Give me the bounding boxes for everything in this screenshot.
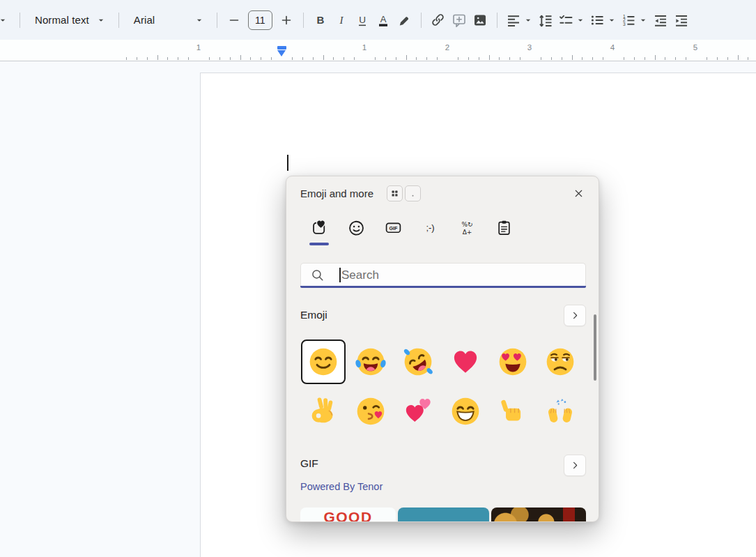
add-comment-button[interactable] xyxy=(450,9,468,31)
ruler-tick xyxy=(509,57,510,61)
ruler-tick xyxy=(209,57,210,61)
search-text-caret xyxy=(339,268,341,282)
decrease-font-size-button[interactable] xyxy=(225,9,243,31)
face-blowing-a-kiss-icon xyxy=(354,395,387,428)
unamused-face-icon xyxy=(543,345,577,379)
svg-text:;-): ;-) xyxy=(426,222,434,233)
svg-text:I: I xyxy=(339,15,344,26)
styles-dropdown-label: Normal text xyxy=(35,14,89,26)
search-input[interactable] xyxy=(340,265,580,286)
ruler-tick xyxy=(354,57,355,61)
emoji-see-more-button[interactable] xyxy=(564,305,586,326)
font-family-dropdown[interactable]: Arial xyxy=(125,9,210,31)
image-icon xyxy=(472,12,488,29)
emoji-tab[interactable] xyxy=(344,213,369,241)
emoji-rolling-on-the-floor-laughing[interactable] xyxy=(396,339,440,384)
ruler-tick xyxy=(178,57,178,61)
text-cursor xyxy=(287,155,288,171)
toolbar-separator xyxy=(118,13,119,28)
smiling-face-with-heart-eyes-icon xyxy=(496,345,530,379)
ruler-number: 5 xyxy=(693,43,697,52)
emoji-face-blowing-a-kiss[interactable] xyxy=(348,389,393,434)
insert-link-button[interactable] xyxy=(429,9,447,31)
emoji-smiling-face-with-heart-eyes[interactable] xyxy=(491,339,535,384)
more-options-caret[interactable] xyxy=(0,9,12,31)
font-size-input[interactable]: 11 xyxy=(248,10,272,30)
ruler-tick xyxy=(748,57,748,61)
ruler-tick xyxy=(489,55,490,60)
chevron-down-icon xyxy=(606,15,617,26)
svg-text:3: 3 xyxy=(623,21,626,26)
recent-tab[interactable] xyxy=(307,213,332,241)
checklist-icon xyxy=(557,12,574,29)
emoji-unamused-face[interactable] xyxy=(538,339,583,384)
gif-see-more-button[interactable] xyxy=(564,455,586,476)
bulleted-list-button[interactable] xyxy=(589,9,617,31)
dock-button[interactable] xyxy=(405,185,421,201)
close-button[interactable] xyxy=(569,184,587,202)
emoji-two-hearts[interactable] xyxy=(396,389,440,434)
first-line-indent-marker[interactable] xyxy=(277,46,286,49)
clipboard-tab[interactable] xyxy=(491,213,516,241)
ruler-tick xyxy=(261,57,261,61)
search-box[interactable] xyxy=(300,263,586,287)
underline-button[interactable]: U xyxy=(353,9,371,31)
grid-view-button[interactable] xyxy=(387,185,403,201)
emoji-thumbs-up[interactable] xyxy=(491,389,535,434)
panel-scrollbar[interactable] xyxy=(594,314,596,381)
checklist-button[interactable] xyxy=(557,9,586,31)
styles-dropdown[interactable]: Normal text xyxy=(26,9,112,31)
line-spacing-button[interactable] xyxy=(537,9,555,31)
ruler-tick xyxy=(396,57,396,61)
emoji-ok-hand[interactable] xyxy=(301,389,346,434)
ruler-tick xyxy=(302,57,303,61)
gif-thumb-photo[interactable] xyxy=(491,508,586,522)
indent-increase-button[interactable] xyxy=(672,9,691,31)
increase-font-size-button[interactable] xyxy=(277,9,295,31)
ruler-tick xyxy=(675,57,676,61)
emoji-smiling-face-with-smiling-eyes[interactable] xyxy=(301,339,346,384)
ruler-tick xyxy=(323,55,324,60)
bold-icon: B xyxy=(312,12,329,29)
bold-button[interactable]: B xyxy=(311,9,330,31)
ruler-tick xyxy=(344,57,344,61)
ruler-tick xyxy=(645,57,645,61)
gif-thumb-good[interactable]: GOOD xyxy=(300,508,396,522)
ruler-tick xyxy=(603,57,603,61)
insert-image-button[interactable] xyxy=(471,9,489,31)
emoji-red-heart[interactable] xyxy=(443,339,488,384)
chevron-down-icon xyxy=(95,15,107,26)
gif-section-label: GIF xyxy=(300,457,318,470)
tenor-attribution-link[interactable]: Powered By Tenor xyxy=(300,481,383,492)
gif-tab[interactable]: GIF xyxy=(380,213,406,241)
indent-decrease-button[interactable] xyxy=(651,9,670,31)
ruler-tick xyxy=(292,57,293,61)
caret-down-icon xyxy=(0,15,8,26)
emoji-face-with-tears-of-joy[interactable] xyxy=(348,339,393,384)
highlight-color-button[interactable] xyxy=(395,9,413,31)
ruler-tick xyxy=(634,57,635,61)
kaomoji-tab[interactable]: ;-) xyxy=(417,213,442,241)
left-indent-marker[interactable] xyxy=(277,50,286,56)
emoji-grid xyxy=(301,339,585,438)
ruler-tick xyxy=(468,57,469,61)
tab-emoji-icon xyxy=(347,218,366,237)
emoji-raising-hands[interactable] xyxy=(538,389,583,434)
highlighter-icon xyxy=(396,12,412,29)
ruler-tick xyxy=(271,57,272,61)
indent-increase-icon xyxy=(673,12,690,29)
emoji-beaming-face-with-smiling-eyes[interactable] xyxy=(443,389,488,434)
italic-button[interactable]: I xyxy=(332,9,350,31)
ruler-number: 4 xyxy=(610,43,615,52)
text-color-button[interactable]: A xyxy=(374,9,392,31)
symbols-tab[interactable]: %↻ Δ+ xyxy=(454,213,479,241)
ruler-tick xyxy=(479,57,479,61)
ruler-tick xyxy=(137,57,137,61)
align-button[interactable] xyxy=(505,9,534,31)
gif-thumb-teal[interactable] xyxy=(398,508,489,522)
chevron-down-icon xyxy=(523,15,534,26)
ruler-tick xyxy=(727,57,728,61)
comment-icon xyxy=(451,12,468,29)
numbered-list-button[interactable]: 123 xyxy=(620,9,649,31)
tab-recent-icon xyxy=(310,218,329,237)
